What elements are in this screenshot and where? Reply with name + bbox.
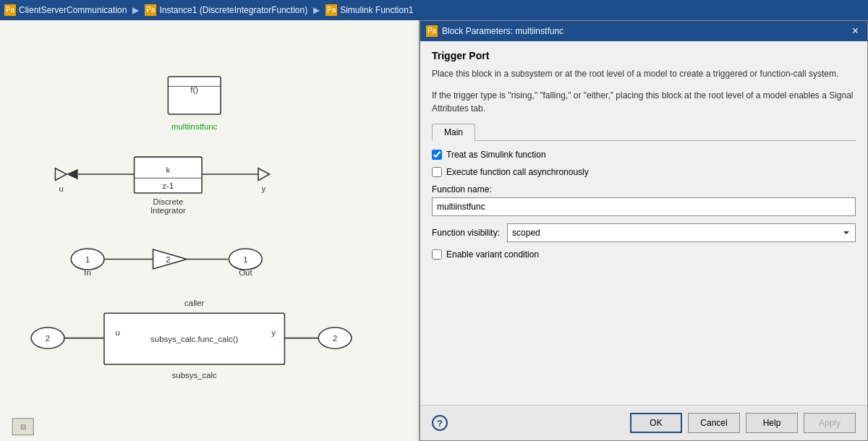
cancel-button[interactable]: Cancel: [688, 413, 740, 433]
svg-rect-0: [168, 77, 221, 114]
svg-text:u: u: [59, 184, 64, 193]
titlebar-icon-3: Pa: [326, 4, 337, 16]
titlebar-icon-1: Pa: [4, 4, 16, 16]
titlebar-icon-2: Pa: [145, 4, 156, 16]
enable-variant-label[interactable]: Enable variant condition: [432, 249, 539, 260]
dialog-title: Block Parameters: multiinstfunc: [442, 26, 849, 36]
svg-text:z-1: z-1: [162, 181, 174, 190]
help-button[interactable]: Help: [746, 413, 798, 433]
dialog-titlebar: Pa Block Parameters: multiinstfunc ×: [420, 21, 867, 41]
ok-button[interactable]: OK: [630, 413, 682, 433]
enable-variant-checkbox[interactable]: [432, 249, 442, 260]
function-name-input[interactable]: [432, 197, 856, 216]
multiinstfunc-label: multiinstfunc: [171, 122, 218, 131]
dialog-footer: ? OK Cancel Help Apply: [420, 405, 867, 440]
simulink-canvas: f() multiinstfunc u k z-1 Discrete Integ…: [0, 20, 420, 441]
function-visibility-label: Function visibility:: [432, 228, 500, 238]
svg-text:subsys_calc.func_calc(): subsys_calc.func_calc(): [150, 335, 238, 343]
footer-left: ?: [432, 415, 624, 431]
treat-as-simulink-label[interactable]: Treat as Simulink function: [432, 150, 546, 160]
function-visibility-select[interactable]: scoped global: [507, 223, 856, 242]
svg-text:2: 2: [46, 334, 50, 343]
svg-text:Out: Out: [239, 268, 252, 277]
svg-text:2: 2: [333, 334, 337, 343]
execute-async-text: Execute function call asynchronously: [446, 167, 589, 177]
help-icon[interactable]: ?: [432, 415, 448, 431]
titlebar-part-1: ClientServerCommunication: [19, 5, 127, 15]
svg-text:Discrete: Discrete: [153, 197, 183, 206]
execute-async-row: Execute function call asynchronously: [432, 167, 856, 177]
dialog-section-title: Trigger Port: [432, 50, 856, 61]
svg-text:y: y: [271, 329, 276, 338]
dialog-description-2: If the trigger type is "rising," "fallin…: [432, 89, 856, 115]
titlebar-part-3: Simulink Function1: [340, 5, 413, 15]
svg-text:y: y: [261, 184, 265, 193]
titlebar-part-2: Instance1 (DiscreteIntegratorFunction): [159, 5, 307, 15]
titlebar: Pa ClientServerCommunication ▶ Pa Instan…: [0, 0, 868, 20]
svg-text:Integrator: Integrator: [150, 206, 186, 215]
titlebar-sep-2: ▶: [313, 5, 320, 15]
treat-as-simulink-text: Treat as Simulink function: [446, 150, 546, 160]
apply-button[interactable]: Apply: [804, 413, 856, 433]
function-name-group: Function name:: [432, 184, 856, 216]
enable-variant-text: Enable variant condition: [446, 249, 539, 260]
dialog-tabs: Main: [432, 124, 856, 141]
svg-text:u: u: [116, 329, 120, 338]
block-parameters-dialog: Pa Block Parameters: multiinstfunc × Tri…: [420, 20, 868, 441]
svg-text:k: k: [166, 166, 170, 174]
treat-as-simulink-row: Treat as Simulink function: [432, 150, 856, 160]
svg-text:⊟: ⊟: [20, 423, 26, 431]
dialog-body: Trigger Port Place this block in a subsy…: [420, 41, 867, 405]
function-visibility-row: Function visibility: scoped global: [432, 223, 856, 242]
svg-text:1: 1: [243, 255, 247, 264]
titlebar-sep-1: ▶: [132, 5, 139, 15]
svg-text:1: 1: [85, 255, 90, 264]
dialog-close-button[interactable]: ×: [849, 25, 861, 37]
svg-text:In: In: [84, 268, 91, 277]
enable-variant-row: Enable variant condition: [432, 249, 856, 260]
execute-async-checkbox[interactable]: [432, 167, 442, 177]
svg-marker-3: [67, 169, 78, 180]
svg-text:caller: caller: [184, 299, 204, 307]
dialog-titlebar-icon: Pa: [426, 25, 438, 37]
svg-text:2: 2: [166, 255, 170, 264]
execute-async-label[interactable]: Execute function call asynchronously: [432, 167, 589, 177]
dialog-description-1: Place this block in a subsystem or at th…: [432, 67, 856, 80]
treat-as-simulink-checkbox[interactable]: [432, 150, 442, 160]
function-name-label: Function name:: [432, 184, 856, 194]
svg-text:subsys_calc: subsys_calc: [172, 371, 218, 380]
main-area: f() multiinstfunc u k z-1 Discrete Integ…: [0, 20, 868, 441]
tab-main[interactable]: Main: [432, 124, 475, 141]
